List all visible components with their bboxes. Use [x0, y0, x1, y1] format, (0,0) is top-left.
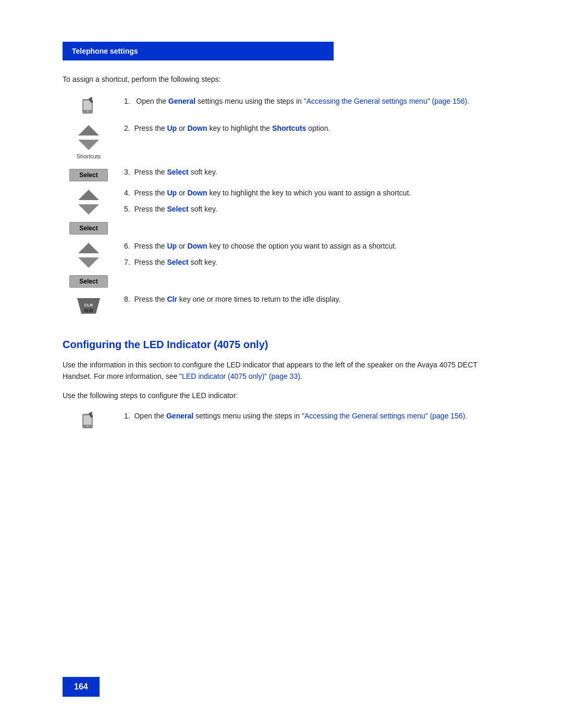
shortcuts-label: Shortcuts	[77, 153, 101, 159]
step-text-1: 1. Open the General settings menu using …	[115, 95, 500, 107]
s2-step1-link[interactable]: "Accessing the General settings menu" (p…	[302, 412, 467, 420]
step-2-text: 2. Press the Up or Down key to highlight…	[124, 123, 500, 134]
section2-step-1-text: 1. Open the General settings menu using …	[124, 411, 500, 422]
s2-step1-general: General	[166, 412, 193, 420]
section2-body1-link[interactable]: "LED indicator (4075 only)" (page 33).	[179, 372, 302, 380]
svg-marker-7	[78, 190, 99, 200]
step-5-select: Select	[167, 205, 189, 213]
step-1-text: 1. Open the General settings menu using …	[124, 96, 500, 107]
step-text-3: 3. Press the Select soft key.	[115, 166, 500, 178]
step-icon-6-7: Select	[63, 240, 115, 288]
step-2-up: Up	[167, 124, 177, 132]
step-6-down: Down	[187, 242, 207, 250]
section2-body2: Use the following steps to configure the…	[63, 390, 500, 401]
step-row-4-5: Select 4. Press the Up or Down key to hi…	[63, 187, 500, 235]
step-icon-2: Shortcuts	[63, 122, 115, 161]
step-8-text: 8. Press the Clr key one or more times t…	[124, 294, 500, 305]
svg-marker-8	[78, 204, 99, 215]
section2-step-icon-1	[63, 410, 115, 431]
step-1-general: General	[168, 97, 195, 105]
steps-container: 1. Open the General settings menu using …	[63, 95, 500, 322]
nav-select-group-3: Select	[69, 241, 107, 288]
svg-text:⬛⬛: ⬛⬛	[84, 308, 93, 313]
svg-marker-6	[78, 140, 99, 150]
step-5-text: 5. Press the Select soft key.	[124, 204, 500, 215]
select-button-3: Select	[69, 275, 107, 288]
up-arrow-icon-4	[75, 188, 102, 202]
step-row-2: Shortcuts 2. Press the Up or Down key to…	[63, 122, 500, 161]
nav-arrows-2	[75, 123, 102, 152]
nav-shortcuts-group: Shortcuts	[75, 123, 102, 161]
step-row-1: 1. Open the General settings menu using …	[63, 95, 500, 117]
down-arrow-icon-6	[75, 255, 102, 270]
down-arrow-icon	[75, 138, 102, 152]
svg-point-2	[87, 110, 89, 113]
select-button-1: Select	[69, 169, 107, 181]
nav-arrows-4	[75, 188, 102, 217]
svg-marker-10	[78, 257, 99, 268]
section2-wrench-phone-icon	[78, 411, 99, 431]
select-button-2: Select	[69, 222, 107, 235]
step-1-link[interactable]: "Accessing the General settings menu" (p…	[304, 97, 469, 105]
step-text-8: 8. Press the Clr key one or more times t…	[115, 293, 500, 305]
section2-body1: Use the information in this section to c…	[63, 359, 500, 382]
section2-heading: Configuring the LED Indicator (4075 only…	[63, 339, 500, 351]
step-2-down: Down	[187, 124, 207, 132]
step-6-up: Up	[167, 242, 177, 250]
step-row-6-7: Select 6. Press the Up or Down key to ch…	[63, 240, 500, 288]
page-number: 164	[63, 677, 100, 697]
step-2-shortcuts: Shortcuts	[272, 124, 306, 132]
step-icon-3: Select	[63, 166, 115, 181]
wrench-phone-icon	[78, 96, 99, 117]
step-text-6-7: 6. Press the Up or Down key to choose th…	[115, 240, 500, 268]
step-row-3: Select 3. Press the Select soft key.	[63, 166, 500, 181]
banner-title: Telephone settings	[72, 47, 138, 55]
section2-step-row-1: 1. Open the General settings menu using …	[63, 410, 500, 431]
down-arrow-icon-4	[75, 202, 102, 217]
page: Telephone settings To assign a shortcut,…	[0, 0, 563, 728]
step-4-text: 4. Press the Up or Down key to highlight…	[124, 188, 500, 199]
step-3-select: Select	[167, 168, 189, 176]
svg-text:CLR: CLR	[84, 303, 93, 307]
step-icon-1	[63, 95, 115, 117]
svg-marker-9	[78, 243, 99, 253]
step-7-text: 7. Press the Select soft key.	[124, 257, 500, 268]
up-arrow-icon-6	[75, 241, 102, 255]
step-4-up: Up	[167, 189, 177, 197]
step-icon-4-5: Select	[63, 187, 115, 235]
intro-text: To assign a shortcut, perform the follow…	[63, 75, 500, 83]
step-icon-8: CLR ⬛⬛	[63, 293, 115, 317]
svg-marker-5	[78, 125, 99, 135]
section2-step-text-1: 1. Open the General settings menu using …	[115, 410, 500, 422]
step-7-select: Select	[167, 258, 189, 266]
nav-arrows-6	[75, 241, 102, 270]
step-text-4-5: 4. Press the Up or Down key to highlight…	[115, 187, 500, 215]
step-1-number: 1.	[124, 97, 134, 105]
step-6-text: 6. Press the Up or Down key to choose th…	[124, 241, 500, 252]
up-arrow-icon	[75, 123, 102, 138]
svg-point-16	[87, 425, 89, 427]
header-banner: Telephone settings	[63, 42, 334, 60]
step-text-2: 2. Press the Up or Down key to highlight…	[115, 122, 500, 134]
step-row-8: CLR ⬛⬛ 8. Press the Clr key one or more …	[63, 293, 500, 317]
nav-select-group-2: Select	[69, 188, 107, 235]
step-3-text: 3. Press the Select soft key.	[124, 167, 500, 178]
step-8-clr: Clr	[167, 295, 177, 303]
step-4-down: Down	[187, 189, 207, 197]
clr-key-icon: CLR ⬛⬛	[77, 294, 100, 317]
